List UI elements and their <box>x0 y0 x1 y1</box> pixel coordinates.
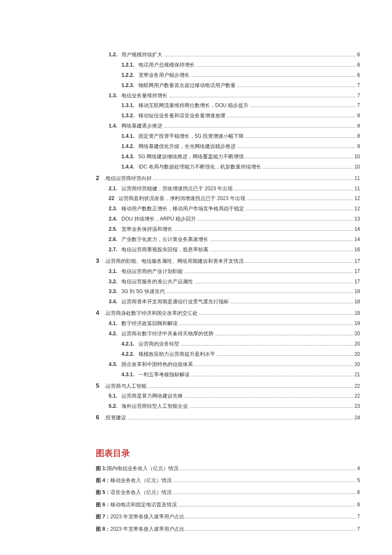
toc-entry[interactable]: 1.4.3.5G 网络建设继续推进，网络覆盖能力不断增强10 <box>96 153 360 160</box>
toc-entry[interactable]: 2.7.电信运营商重视股东回报，股息率较高16 <box>96 246 360 253</box>
toc-entry[interactable]: 1.4.4.IDC 布局与数据处理能力不断强化，机架数量持续增长10 <box>96 163 360 171</box>
toc-entry[interactable]: 4.2.2.规模效应助力运营商提升盈利水平20 <box>96 351 360 358</box>
toc-page-number: 8 <box>357 112 360 119</box>
figure-label: 图 1:国内电信业务收入（亿元）情况 <box>96 465 179 472</box>
toc-entry[interactable]: 4.2.运营商在数字经济中具备得天独厚的优势20 <box>96 330 360 337</box>
toc-leader <box>164 56 355 56</box>
toc-title: DOU 持续增长，ARPU 稳步回升 <box>121 215 196 223</box>
toc-page-number: 6 <box>357 72 360 79</box>
toc-title: 运营商的业务转型 <box>138 340 179 348</box>
toc-leader <box>174 230 353 231</box>
toc-entry[interactable]: 1.3.电信业务量维持增长7 <box>96 92 360 99</box>
toc-entry[interactable]: 2.6.产业数字化发力，云计算业务高速增长14 <box>96 236 360 243</box>
toc-entry[interactable]: 1.2.2.宽带业务用户稳步增长6 <box>96 72 360 79</box>
toc-leader <box>245 137 355 138</box>
figure-page-number: 7 <box>357 513 360 520</box>
figure-entry[interactable]: 图 5：语音业务收入（亿元）情况6 <box>96 489 360 496</box>
toc-entry[interactable]: 3.2.电信运营服务的准公共产品属性17 <box>96 278 360 285</box>
toc-entry[interactable]: 1.2.用户规模持续扩大6 <box>96 51 360 58</box>
toc-title: 固定资产投资平稳增长，5G 投资增速小幅下降 <box>138 133 244 140</box>
toc-page-number: 11 <box>355 175 360 182</box>
toc-entry[interactable]: 1.4.2.网络基建优化升级，全光网络建设稳步推进9 <box>96 143 360 150</box>
toc-number: 2.6. <box>109 236 121 243</box>
figure-page-number: 4 <box>357 465 360 472</box>
toc-entry[interactable]: 1.4.网络基建逐步推进8 <box>96 122 360 130</box>
figure-page-number: 6 <box>357 501 360 509</box>
toc-number: 4.3. <box>109 361 121 368</box>
toc-title: 数字经济政策回顾和解读 <box>121 320 178 327</box>
toc-entry[interactable]: 1.3.1.移动互联网流量维持两位数增长，DOU 稳步提升7 <box>96 102 360 109</box>
toc-entry[interactable]: 4.3.国企改革和中国特色的估值体系20 <box>96 361 360 368</box>
figure-entry[interactable]: 图 6：移动电话和固定电话普及情况6 <box>96 501 360 509</box>
toc-entry[interactable]: 1.2.3.物联网用户数量首次超过移动电话用户数量7 <box>96 82 360 89</box>
toc-leader <box>250 107 355 107</box>
toc-entry[interactable]: 4.2.1.运营商的业务转型20 <box>96 340 360 348</box>
toc-number: 3.4. <box>109 298 121 305</box>
toc-entry[interactable]: 3.4.运营商资本开支周期是通信行业景气度先行指标18 <box>96 298 360 305</box>
figure-number: 图 7： <box>96 514 110 520</box>
table-of-contents: 1.2.用户规模持续扩大61.2.1.电话用户总规模保持增长61.2.2.宽带业… <box>96 51 360 422</box>
toc-leader <box>246 210 353 210</box>
toc-leader <box>190 407 353 408</box>
toc-entry[interactable]: 5.运营商与人工智能22 <box>96 381 360 390</box>
toc-number: 2.4. <box>109 215 121 223</box>
figure-title: 国内电信业务收入（亿元）情况 <box>107 465 179 471</box>
figure-page-number: 5 <box>357 477 360 484</box>
figure-page-number: 6 <box>357 489 360 496</box>
toc-entry[interactable]: 1.3.2.移动短信业务量和语音业务量增速放缓8 <box>96 112 360 119</box>
toc-leader <box>227 117 355 117</box>
toc-entry[interactable]: 3.运营商的职能、电信服务属性、网络周期建设和资本开支情况17 <box>96 256 360 265</box>
toc-leader <box>237 148 355 148</box>
toc-entry[interactable]: 4.3.1.一利五率考核指标解读21 <box>96 371 360 378</box>
toc-entry[interactable]: 2.5.宽带业务保持温和增长14 <box>96 226 360 233</box>
toc-number: 3.1. <box>109 268 121 275</box>
toc-entry[interactable]: 1.2.1.电话用户总规模保持增长6 <box>96 61 360 69</box>
figure-entry[interactable]: 图 7：2023 年宽带各接入速率用户占比7 <box>96 513 360 520</box>
figure-title: 2023 年宽带各接入速率用户占比 <box>110 514 184 520</box>
toc-page-number: 22 <box>355 392 360 400</box>
toc-title: .运营商与人工智能 <box>104 383 147 390</box>
toc-entry[interactable]: 5.2.海外运营商转型人工智能企业23 <box>96 403 360 410</box>
toc-entry[interactable]: 2.3.移动用户数数正增长，移动用户市场竞争格局趋于稳定12 <box>96 205 360 212</box>
toc-page-number: 24 <box>355 414 360 421</box>
toc-leader <box>210 241 353 241</box>
toc-number: 5.2. <box>109 403 121 410</box>
figure-number: 图 4： <box>96 477 110 483</box>
toc-entry[interactable]: 2.电信运营商经营向好11 <box>96 174 360 182</box>
figure-number: 图 1: <box>96 465 107 471</box>
figure-entry[interactable]: 图 1:国内电信业务收入（亿元）情况4 <box>96 465 360 472</box>
toc-entry[interactable]: 5.1.运营商是算力网络建设先锋22 <box>96 392 360 400</box>
toc-title: 规模效应助力运营商提升盈利水平 <box>138 351 215 358</box>
toc-page-number: 11 <box>355 185 360 192</box>
toc-leader <box>245 262 352 263</box>
toc-leader <box>191 376 353 376</box>
toc-entry[interactable]: 22运营商盈利状况改善，净利润增速拐点已于 2023 年出现12 <box>96 195 360 202</box>
figure-leader <box>179 506 355 506</box>
toc-entry[interactable]: 4.运营商身处数字经济和国企改革的交汇处19 <box>96 308 360 317</box>
toc-title: 用户规模持续扩大 <box>121 51 162 58</box>
toc-leader <box>247 200 353 200</box>
toc-entry[interactable]: 4.1.数字经济政策回顾和解读19 <box>96 320 360 327</box>
toc-leader <box>245 158 352 158</box>
toc-leader <box>195 283 353 283</box>
toc-title: 海外运营商转型人工智能企业 <box>121 403 188 410</box>
toc-entry[interactable]: 2.1.运营商经营稳健，营收增速拐点已于 2023 年出现11 <box>96 185 360 192</box>
toc-title: 电信运营服务的准公共产品属性 <box>121 278 193 285</box>
toc-page-number: 17 <box>355 278 360 285</box>
toc-number: 1.2.3. <box>121 82 138 89</box>
figure-entry[interactable]: 图 8：2023 年宽带各接入速率用户占比7 <box>96 526 360 533</box>
figure-title: 移动电话和固定电话普及情况 <box>110 502 177 508</box>
toc-leader <box>153 180 352 180</box>
toc-number: 2.1. <box>109 185 121 192</box>
toc-number: 5.1. <box>109 392 121 400</box>
toc-number: 3.2. <box>109 278 121 285</box>
figure-entry[interactable]: 图 4：移动业务收入（亿元）情况5 <box>96 477 360 484</box>
toc-entry[interactable]: 3.3.3G 到 5G 快速迭代18 <box>96 288 360 295</box>
toc-entry[interactable]: 2.4.DOU 持续增长，ARPU 稳步回升13 <box>96 215 360 223</box>
toc-entry[interactable]: 6.投资建议24 <box>96 413 360 421</box>
toc-title: 电话用户总规模保持增长 <box>138 61 195 69</box>
toc-page-number: 10 <box>355 163 360 171</box>
toc-entry[interactable]: 1.4.1.固定资产投资平稳增长，5G 投资增速小幅下降8 <box>96 133 360 140</box>
toc-page-number: 13 <box>355 215 360 223</box>
toc-entry[interactable]: 3.1.电信运营商的产业计划职能17 <box>96 268 360 275</box>
